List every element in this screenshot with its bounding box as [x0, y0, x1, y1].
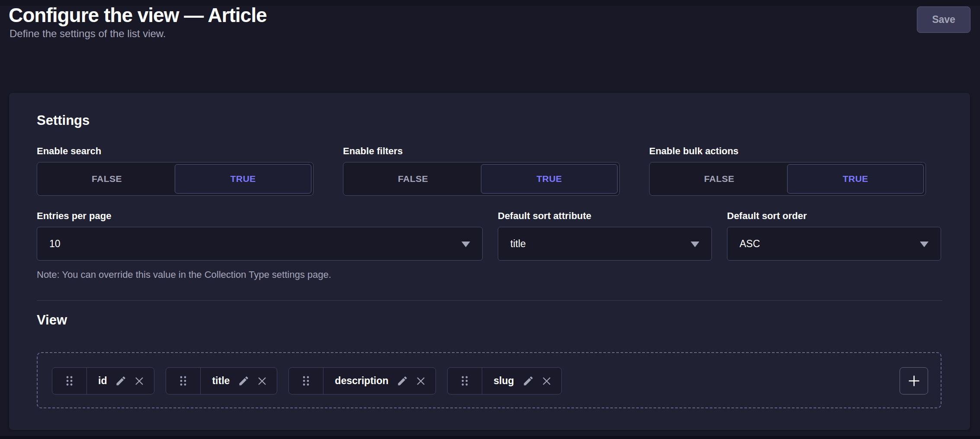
remove-field-button[interactable] [257, 376, 267, 386]
field-chip[interactable]: description [288, 367, 436, 394]
settings-heading: Settings [37, 113, 90, 128]
field-chip-body: title [201, 368, 277, 394]
bottom-shade [0, 436, 980, 439]
field-enable-bulk-actions: Enable bulk actions FALSE TRUE [649, 146, 926, 196]
toggle-option-false[interactable]: FALSE [651, 164, 787, 194]
default-sort-order-label: Default sort order [727, 210, 941, 222]
enable-bulk-actions-toggle: FALSE TRUE [649, 162, 926, 196]
field-list-dropzone: id title [37, 352, 942, 408]
close-icon [134, 376, 144, 386]
field-default-sort-attribute: Default sort attribute title [498, 210, 712, 261]
field-chip-label: title [212, 375, 230, 387]
configure-view-page: Configure the view — Article Define the … [0, 0, 980, 439]
drag-handle-icon[interactable] [166, 368, 201, 394]
remove-field-button[interactable] [541, 376, 552, 386]
enable-search-label: Enable search [37, 146, 314, 157]
add-field-button[interactable] [900, 367, 928, 394]
enable-bulk-actions-label: Enable bulk actions [649, 146, 926, 157]
field-chip-body: slug [482, 368, 561, 394]
entries-per-page-label: Entries per page [37, 210, 483, 222]
field-chip[interactable]: slug [447, 367, 561, 394]
toggle-option-true[interactable]: TRUE [787, 164, 924, 194]
field-enable-search: Enable search FALSE TRUE [37, 146, 314, 196]
field-chip[interactable]: title [166, 367, 277, 394]
field-chip-body: description [323, 368, 436, 394]
entries-note: Note: You can override this value in the… [37, 269, 331, 280]
drag-handle-icon[interactable] [289, 368, 323, 394]
caret-down-icon [920, 242, 929, 247]
select-value: title [510, 238, 526, 250]
default-sort-attribute-label: Default sort attribute [498, 210, 712, 222]
caret-down-icon [461, 242, 470, 247]
pencil-icon [115, 375, 127, 387]
toggle-option-true[interactable]: TRUE [175, 164, 311, 194]
drag-handle-icon[interactable] [52, 368, 87, 394]
pencil-icon [522, 375, 534, 387]
toggle-option-false[interactable]: FALSE [345, 164, 481, 194]
enable-search-toggle: FALSE TRUE [37, 162, 314, 196]
edit-field-button[interactable] [115, 375, 127, 387]
drag-handle-icon[interactable] [448, 368, 482, 394]
page-subtitle: Define the settings of the list view. [10, 28, 166, 40]
settings-card: Settings Enable search FALSE TRUE Enable… [9, 93, 970, 430]
pencil-icon [397, 375, 408, 387]
field-chip-body: id [87, 368, 154, 394]
pencil-icon [238, 375, 250, 387]
entries-per-page-select[interactable]: 10 [37, 227, 483, 261]
toggle-option-true[interactable]: TRUE [481, 164, 618, 194]
close-icon [416, 376, 426, 386]
edit-field-button[interactable] [238, 375, 250, 387]
enable-filters-toggle: FALSE TRUE [343, 162, 620, 196]
field-entries-per-page: Entries per page 10 [37, 210, 483, 261]
plus-icon [907, 374, 921, 388]
caret-down-icon [691, 242, 699, 247]
page-title: Configure the view — Article [9, 3, 267, 27]
close-icon [257, 376, 267, 386]
close-icon [541, 376, 552, 386]
remove-field-button[interactable] [416, 376, 426, 386]
field-chip-label: id [98, 375, 107, 387]
field-enable-filters: Enable filters FALSE TRUE [343, 146, 620, 196]
view-heading: View [37, 312, 67, 328]
field-chip[interactable]: id [52, 367, 154, 394]
edit-field-button[interactable] [522, 375, 534, 387]
edit-field-button[interactable] [397, 375, 408, 387]
toggle-option-false[interactable]: FALSE [39, 164, 175, 194]
select-value: ASC [740, 238, 760, 250]
field-chip-label: description [335, 375, 388, 387]
field-chips-row: id title [52, 367, 562, 394]
default-sort-order-select[interactable]: ASC [727, 227, 941, 261]
default-sort-attribute-select[interactable]: title [498, 227, 712, 261]
enable-filters-label: Enable filters [343, 146, 620, 157]
field-chip-label: slug [493, 375, 514, 387]
remove-field-button[interactable] [134, 376, 144, 386]
save-button[interactable]: Save [917, 6, 970, 33]
field-default-sort-order: Default sort order ASC [727, 210, 941, 261]
select-value: 10 [49, 238, 61, 250]
section-divider [37, 300, 942, 301]
